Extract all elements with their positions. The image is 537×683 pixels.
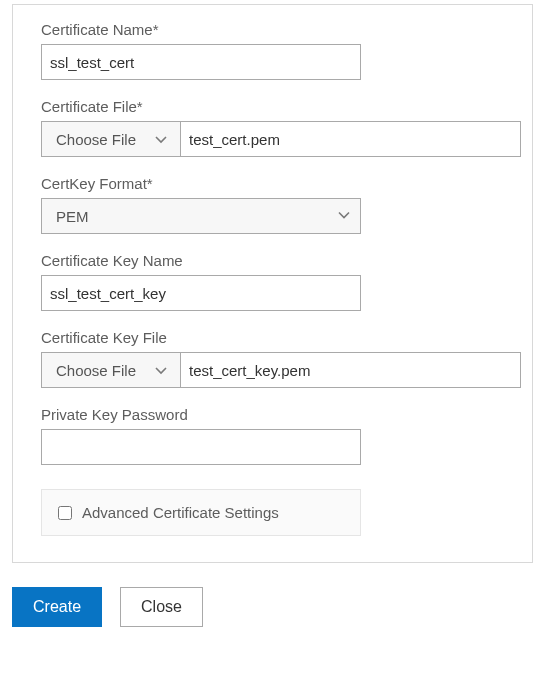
cert-file-name[interactable]: test_cert.pem <box>181 121 521 157</box>
key-file-name[interactable]: test_cert_key.pem <box>181 352 521 388</box>
key-name-label: Certificate Key Name <box>41 252 504 269</box>
cert-file-group: Certificate File* Choose File test_cert.… <box>41 98 504 157</box>
format-group: CertKey Format* PEM <box>41 175 504 234</box>
key-file-row: Choose File test_cert_key.pem <box>41 352 521 388</box>
cert-name-group: Certificate Name* <box>41 21 504 80</box>
create-button[interactable]: Create <box>12 587 102 627</box>
key-file-label: Certificate Key File <box>41 329 504 346</box>
advanced-settings-label: Advanced Certificate Settings <box>82 504 279 521</box>
pk-password-group: Private Key Password <box>41 406 504 465</box>
pk-password-input[interactable] <box>41 429 361 465</box>
certificate-form-panel: Certificate Name* Certificate File* Choo… <box>12 4 533 563</box>
key-name-group: Certificate Key Name <box>41 252 504 311</box>
action-row: Create Close <box>12 587 537 627</box>
close-button[interactable]: Close <box>120 587 203 627</box>
key-file-choose-text: Choose File <box>56 362 136 379</box>
cert-file-row: Choose File test_cert.pem <box>41 121 521 157</box>
cert-file-label: Certificate File* <box>41 98 504 115</box>
advanced-settings-box[interactable]: Advanced Certificate Settings <box>41 489 361 536</box>
key-file-choose-button[interactable]: Choose File <box>41 352 181 388</box>
format-select[interactable]: PEM <box>41 198 361 234</box>
pk-password-label: Private Key Password <box>41 406 504 423</box>
cert-file-choose-text: Choose File <box>56 131 136 148</box>
key-name-input[interactable] <box>41 275 361 311</box>
format-label: CertKey Format* <box>41 175 504 192</box>
advanced-settings-checkbox[interactable] <box>58 506 72 520</box>
chevron-down-icon <box>154 132 168 146</box>
chevron-down-icon <box>154 363 168 377</box>
key-file-group: Certificate Key File Choose File test_ce… <box>41 329 504 388</box>
cert-file-choose-button[interactable]: Choose File <box>41 121 181 157</box>
cert-name-input[interactable] <box>41 44 361 80</box>
format-select-wrap: PEM <box>41 198 361 234</box>
cert-name-label: Certificate Name* <box>41 21 504 38</box>
